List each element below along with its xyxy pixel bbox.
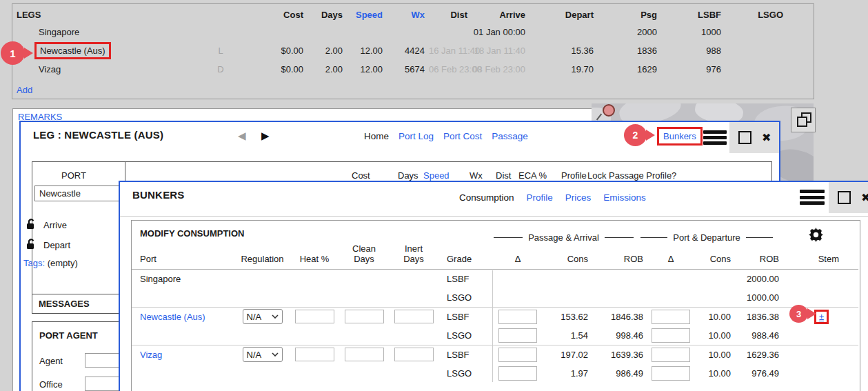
- annotation-step-3-badge: 3: [789, 305, 808, 323]
- leg-nav-home[interactable]: Home: [364, 131, 389, 141]
- legs-col-arrive: Arrive: [472, 7, 529, 23]
- consumption-table: Port Regulation Heat % Clean Days Inert …: [132, 244, 858, 383]
- heat-input[interactable]: [295, 348, 334, 361]
- legs-col-speed[interactable]: Speed: [347, 7, 387, 23]
- port-name-cell[interactable]: Singapore: [12, 23, 209, 41]
- grade-cell: LSGO: [438, 326, 492, 345]
- annotation-box-3: ±: [814, 310, 829, 324]
- consumption-row: LSGO 1.97 986.49 10.00 976.49: [132, 364, 858, 383]
- port-name-cell: Singapore: [132, 269, 235, 288]
- consumption-row: Newcastle (Aus) N/A LSBF 153.62 1846.38 …: [132, 307, 858, 326]
- legs-col-wx[interactable]: Wx: [387, 7, 429, 23]
- cascade-windows-button[interactable]: [791, 108, 816, 132]
- leg-nav-bunkers[interactable]: Bunkers: [663, 131, 696, 141]
- unlock-icon[interactable]: [26, 218, 37, 232]
- group-header-port-departure: Port & Departure: [640, 232, 773, 243]
- regulation-select[interactable]: N/A: [243, 347, 283, 362]
- leg-nav-passage[interactable]: Passage: [492, 131, 528, 141]
- legs-col-ld: [209, 7, 236, 23]
- close-icon[interactable]: ✖: [762, 131, 771, 144]
- add-leg-link[interactable]: Add: [17, 85, 32, 95]
- heat-input[interactable]: [295, 310, 334, 323]
- delta-departure-input[interactable]: [652, 310, 690, 324]
- annotation-box-1: Newcastle (Aus): [34, 42, 111, 59]
- cascade-windows-icon: [796, 112, 811, 128]
- delta-arrival-input[interactable]: [498, 310, 537, 324]
- consumption-header-row: Port Regulation Heat % Clean Days Inert …: [132, 244, 858, 269]
- port-agent-title: PORT AGENT: [39, 330, 98, 341]
- delta-departure-input[interactable]: [652, 366, 690, 381]
- legs-table: LEGS Cost Days Speed Wx Dist Arrive Depa…: [12, 7, 814, 79]
- grade-cell: LSGO: [438, 364, 492, 383]
- hamburger-menu-icon[interactable]: [800, 190, 825, 208]
- tab-emissions[interactable]: Emissions: [603, 192, 646, 203]
- port-name-link[interactable]: Newcastle (Aus): [132, 307, 235, 326]
- clean-days-input[interactable]: [345, 348, 384, 361]
- delta-arrival-input[interactable]: [498, 366, 537, 381]
- delta-arrival-input[interactable]: [498, 348, 537, 362]
- delta-departure-input[interactable]: [652, 328, 690, 343]
- group-header-passage-arrival: Passage & Arrival: [494, 232, 634, 243]
- bunkers-window: BUNKERS Consumption Profile Prices Emiss…: [119, 181, 868, 391]
- port-name-cell[interactable]: Vizag: [12, 60, 209, 79]
- consumption-row: Singapore LSBF 2000.00: [132, 269, 858, 288]
- legs-row-singapore: Singapore 01 Jan 00:00 2000 1000: [12, 23, 814, 41]
- titlebar-divider: [120, 216, 868, 217]
- hamburger-menu-icon[interactable]: [703, 130, 727, 147]
- close-icon[interactable]: ✖: [861, 191, 868, 204]
- legs-col-lsgo: LSGO: [725, 7, 787, 23]
- port-input[interactable]: Newcastle: [34, 186, 121, 201]
- unlock-icon[interactable]: [26, 238, 37, 252]
- legs-col-lsbf: LSBF: [661, 7, 725, 23]
- consumption-row: LSGO 1.54 998.46 10.00 988.46: [132, 326, 858, 345]
- next-leg-arrow-icon[interactable]: ▶: [261, 130, 270, 142]
- depart-lock-row: Depart: [26, 238, 70, 252]
- delta-departure-input[interactable]: [652, 348, 690, 362]
- port-panel: [32, 161, 125, 306]
- chevron-down-icon: [272, 314, 279, 319]
- legs-col-depart: Depart: [529, 7, 598, 23]
- leg-nav-port-cost[interactable]: Port Cost: [443, 131, 482, 141]
- tab-consumption[interactable]: Consumption: [459, 192, 514, 203]
- leg-nav-port-log[interactable]: Port Log: [398, 131, 434, 141]
- delta-arrival-input[interactable]: [498, 328, 537, 343]
- tags-value: (empty): [48, 258, 78, 268]
- clean-days-input[interactable]: [345, 310, 384, 323]
- legs-col-days: Days: [307, 7, 347, 23]
- stem-plus-minus-button[interactable]: ±: [819, 312, 824, 322]
- tab-profile[interactable]: Profile: [527, 192, 553, 203]
- legs-header-row: LEGS Cost Days Speed Wx Dist Arrive Depa…: [12, 7, 814, 23]
- grade-cell: LSBF: [438, 269, 492, 288]
- annotation-step-2-badge: 2: [624, 124, 647, 146]
- inert-days-input[interactable]: [394, 348, 434, 361]
- legs-col-cost: Cost: [236, 7, 307, 23]
- annotation-box-2: Bunkers: [657, 127, 703, 146]
- grade-cell: LSBF: [438, 307, 492, 326]
- maximize-icon[interactable]: [738, 131, 751, 144]
- legs-row-newcastle: Newcastle (Aus) L $0.00 2.00 12.00 4424 …: [12, 41, 814, 60]
- annotation-step-1-badge: 1: [1, 41, 25, 65]
- port-name-cell[interactable]: Newcastle (Aus): [12, 41, 209, 60]
- section-title: MODIFY CONSUMPTION: [140, 228, 244, 239]
- previous-leg-arrow-icon[interactable]: ◀: [238, 130, 246, 142]
- bunkers-tabs: Consumption Profile Prices Emissions: [459, 192, 646, 203]
- port-name-link[interactable]: Vizag: [132, 345, 235, 364]
- gear-icon[interactable]: [809, 228, 823, 244]
- bunkers-window-title: BUNKERS: [132, 189, 185, 201]
- depart-label: Depart: [43, 240, 70, 250]
- legs-row-vizag: Vizag D $0.00 2.00 12.00 5674 06 Feb 23:…: [12, 60, 814, 79]
- regulation-select[interactable]: N/A: [243, 309, 283, 324]
- port-agent-panel: PORT AGENT Agent Office: [32, 321, 125, 391]
- maximize-icon[interactable]: [838, 191, 851, 204]
- tab-prices[interactable]: Prices: [565, 192, 592, 203]
- consumption-row: LSGO 1000.00: [132, 288, 858, 308]
- office-label: Office: [39, 379, 63, 390]
- leg-window-controls: ✖: [729, 122, 779, 153]
- messages-panel[interactable]: MESSAGES: [32, 294, 124, 314]
- grade-cell: LSGO: [438, 288, 492, 308]
- arrive-label: Arrive: [43, 220, 67, 230]
- arrive-lock-row: Arrive: [26, 218, 67, 232]
- inert-days-input[interactable]: [394, 310, 434, 323]
- tags-link[interactable]: Tags:: [23, 258, 45, 268]
- port-label: PORT: [61, 170, 86, 181]
